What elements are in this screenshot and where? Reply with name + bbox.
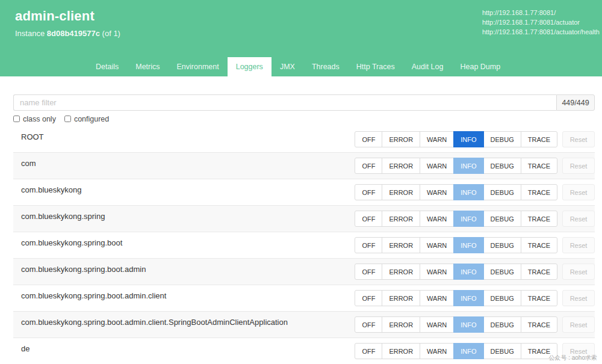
level-button-trace[interactable]: TRACE	[521, 131, 557, 147]
row-controls: OFFERRORWARNINFODEBUGTRACEReset	[355, 153, 595, 179]
reset-button[interactable]: Reset	[562, 264, 595, 280]
filter-group: 449/449	[13, 94, 595, 111]
level-button-off[interactable]: OFF	[355, 158, 382, 174]
level-button-info[interactable]: INFO	[453, 158, 483, 174]
checkbox-label: configured	[74, 115, 109, 123]
reset-button[interactable]: Reset	[562, 131, 595, 147]
tab-heap-dump[interactable]: Heap Dump	[452, 57, 509, 76]
level-button-error[interactable]: ERROR	[382, 290, 420, 306]
tab-threads[interactable]: Threads	[303, 57, 348, 76]
level-button-debug[interactable]: DEBUG	[483, 158, 521, 174]
instance-url[interactable]: http://192.168.1.77:8081/actuator/health	[482, 28, 600, 37]
level-button-debug[interactable]: DEBUG	[483, 211, 521, 227]
filter-options: class onlyconfigured	[13, 114, 595, 123]
logger-row: com.blueskykong.spring.boot.admin.client…	[13, 285, 595, 312]
level-button-error[interactable]: ERROR	[382, 343, 420, 359]
checkbox-label: class only	[23, 115, 56, 123]
level-button-error[interactable]: ERROR	[382, 131, 420, 147]
row-controls: OFFERRORWARNINFODEBUGTRACEReset	[355, 206, 595, 232]
logger-row: com.blueskykongOFFERRORWARNINFODEBUGTRAC…	[13, 179, 595, 206]
level-button-trace[interactable]: TRACE	[521, 237, 557, 253]
row-controls: OFFERRORWARNINFODEBUGTRACEReset	[355, 232, 595, 258]
instance-info: admin-client Instance 8d08b419577c (of 1…	[15, 8, 120, 57]
level-button-error[interactable]: ERROR	[382, 184, 420, 200]
level-button-debug[interactable]: DEBUG	[483, 184, 521, 200]
checkbox-input-class-only[interactable]	[13, 116, 20, 122]
reset-button[interactable]: Reset	[562, 158, 595, 174]
level-button-error[interactable]: ERROR	[382, 237, 420, 253]
level-button-off[interactable]: OFF	[355, 184, 382, 200]
level-button-off[interactable]: OFF	[355, 316, 382, 333]
level-button-warn[interactable]: WARN	[420, 184, 454, 200]
level-button-group: OFFERRORWARNINFODEBUGTRACE	[355, 184, 557, 200]
level-button-trace[interactable]: TRACE	[521, 316, 557, 333]
level-button-info[interactable]: INFO	[453, 131, 483, 147]
reset-button[interactable]: Reset	[562, 316, 595, 333]
level-button-info[interactable]: INFO	[453, 264, 483, 280]
level-button-off[interactable]: OFF	[355, 343, 382, 359]
reset-button[interactable]: Reset	[562, 290, 595, 306]
tab-metrics[interactable]: Metrics	[127, 57, 168, 76]
tab-environment[interactable]: Environment	[169, 57, 228, 76]
tab-details[interactable]: Details	[87, 57, 127, 76]
level-button-info[interactable]: INFO	[453, 184, 483, 200]
level-button-group: OFFERRORWARNINFODEBUGTRACE	[355, 343, 557, 359]
level-button-warn[interactable]: WARN	[420, 131, 454, 147]
tab-jmx[interactable]: JMX	[272, 57, 303, 76]
app-title: admin-client	[15, 8, 120, 24]
level-button-trace[interactable]: TRACE	[521, 290, 557, 306]
level-button-warn[interactable]: WARN	[420, 211, 454, 227]
level-button-warn[interactable]: WARN	[420, 290, 454, 306]
name-filter-input[interactable]	[13, 94, 556, 111]
level-button-off[interactable]: OFF	[355, 131, 382, 147]
instance-count: (of 1)	[102, 29, 120, 38]
checkbox-class-only[interactable]: class only	[13, 115, 56, 123]
level-button-warn[interactable]: WARN	[420, 343, 454, 359]
row-controls: OFFERRORWARNINFODEBUGTRACEReset	[355, 312, 595, 338]
logger-row: com.blueskykong.spring.boot.admin.client…	[13, 312, 595, 338]
level-button-trace[interactable]: TRACE	[521, 211, 557, 227]
level-button-error[interactable]: ERROR	[382, 264, 420, 280]
level-button-off[interactable]: OFF	[355, 211, 382, 227]
level-button-trace[interactable]: TRACE	[521, 184, 557, 200]
filter-counter: 449/449	[556, 94, 595, 111]
instance-url[interactable]: http://192.168.1.77:8081/	[482, 8, 600, 18]
level-button-trace[interactable]: TRACE	[521, 264, 557, 280]
level-button-debug[interactable]: DEBUG	[483, 290, 521, 306]
level-button-info[interactable]: INFO	[453, 211, 483, 227]
level-button-error[interactable]: ERROR	[382, 158, 420, 174]
instance-url[interactable]: http://192.168.1.77:8081/actuator	[482, 18, 600, 28]
level-button-info[interactable]: INFO	[453, 290, 483, 306]
level-button-warn[interactable]: WARN	[420, 264, 454, 280]
level-button-warn[interactable]: WARN	[420, 316, 454, 333]
tab-bar: DetailsMetricsEnvironmentLoggersJMXThrea…	[0, 57, 602, 76]
level-button-off[interactable]: OFF	[355, 290, 382, 306]
level-button-trace[interactable]: TRACE	[521, 158, 557, 174]
reset-button[interactable]: Reset	[562, 184, 595, 200]
level-button-info[interactable]: INFO	[453, 343, 483, 359]
level-button-group: OFFERRORWARNINFODEBUGTRACE	[355, 290, 557, 306]
reset-button[interactable]: Reset	[562, 211, 595, 227]
level-button-info[interactable]: INFO	[453, 316, 483, 333]
tab-loggers[interactable]: Loggers	[228, 57, 272, 76]
level-button-group: OFFERRORWARNINFODEBUGTRACE	[355, 237, 557, 253]
level-button-debug[interactable]: DEBUG	[483, 131, 521, 147]
level-button-error[interactable]: ERROR	[382, 316, 420, 333]
reset-button[interactable]: Reset	[562, 237, 595, 253]
level-button-debug[interactable]: DEBUG	[483, 316, 521, 333]
level-button-debug[interactable]: DEBUG	[483, 237, 521, 253]
tab-audit-log[interactable]: Audit Log	[403, 57, 452, 76]
checkbox-input-configured[interactable]	[64, 116, 71, 122]
logger-row: com.blueskykong.spring.bootOFFERRORWARNI…	[13, 232, 595, 259]
level-button-warn[interactable]: WARN	[420, 158, 454, 174]
level-button-error[interactable]: ERROR	[382, 211, 420, 227]
level-button-info[interactable]: INFO	[453, 237, 483, 253]
level-button-off[interactable]: OFF	[355, 264, 382, 280]
checkbox-configured[interactable]: configured	[64, 115, 109, 123]
level-button-debug[interactable]: DEBUG	[483, 264, 521, 280]
level-button-off[interactable]: OFF	[355, 237, 382, 253]
tab-http-traces[interactable]: Http Traces	[348, 57, 403, 76]
level-button-debug[interactable]: DEBUG	[483, 343, 521, 359]
level-button-warn[interactable]: WARN	[420, 237, 454, 253]
logger-name: com.blueskykong.spring.boot.admin	[21, 265, 153, 285]
